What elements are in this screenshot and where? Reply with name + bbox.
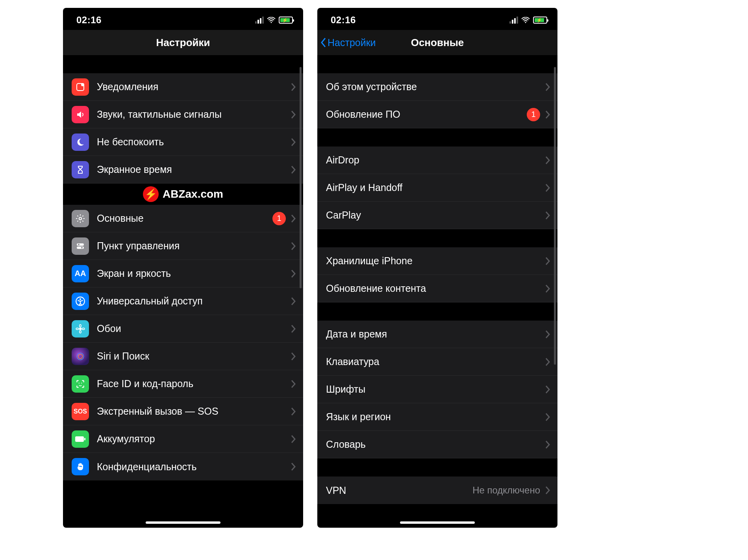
status-time: 02:16 xyxy=(331,15,356,26)
settings-row-sounds[interactable]: Звуки, тактильные сигналы xyxy=(63,101,303,128)
general-row[interactable]: VPNНе подключено xyxy=(317,477,557,504)
chevron-right-icon xyxy=(291,110,296,119)
group-separator xyxy=(317,229,557,247)
group-separator xyxy=(317,128,557,146)
watermark: ⚡ ABZax.com xyxy=(63,184,303,205)
chevron-right-icon xyxy=(545,257,550,265)
row-label: Звуки, тактильные сигналы xyxy=(97,109,291,120)
back-button[interactable]: Настройки xyxy=(320,30,376,55)
settings-row-general[interactable]: Основные 1 xyxy=(63,205,303,232)
chevron-right-icon xyxy=(545,440,550,449)
gear-icon xyxy=(72,210,89,227)
chevron-right-icon xyxy=(545,284,550,293)
general-row[interactable]: Дата и время xyxy=(317,321,557,348)
group-separator xyxy=(317,458,557,477)
row-label: Уведомления xyxy=(97,81,291,93)
svg-point-10 xyxy=(79,327,82,330)
row-label: Универсальный доступ xyxy=(97,295,291,307)
chevron-right-icon xyxy=(545,156,550,165)
general-row[interactable]: Язык и регион xyxy=(317,403,557,431)
accessibility-icon xyxy=(72,293,89,310)
row-label: AirDrop xyxy=(326,154,545,166)
battery-icon xyxy=(72,430,89,448)
scrollbar[interactable] xyxy=(300,67,302,492)
row-label: Обновление ПО xyxy=(326,109,527,120)
settings-row-sos[interactable]: SOS Экстренный вызов — SOS xyxy=(63,398,303,425)
chevron-right-icon xyxy=(291,242,296,250)
settings-row-screentime[interactable]: Экранное время xyxy=(63,156,303,184)
general-row[interactable]: Шрифты xyxy=(317,376,557,403)
cellular-signal-icon xyxy=(255,17,264,24)
status-icons: ⚡ xyxy=(509,17,547,24)
settings-row-accessibility[interactable]: Универсальный доступ xyxy=(63,287,303,315)
general-row[interactable]: Хранилище iPhone xyxy=(317,247,557,275)
settings-list: Уведомления Звуки, тактильные сигналы Не… xyxy=(63,73,303,480)
general-row[interactable]: AirPlay и Handoff xyxy=(317,174,557,202)
row-label: Face ID и код-пароль xyxy=(97,378,291,389)
general-row[interactable]: Об этом устройстве xyxy=(317,73,557,101)
settings-row-privacy[interactable]: Конфиденциальность xyxy=(63,453,303,480)
status-icons: ⚡ xyxy=(255,17,293,24)
row-label: Шрифты xyxy=(326,384,545,395)
siri-icon xyxy=(72,348,89,365)
settings-row-control-center[interactable]: Пункт управления xyxy=(63,232,303,260)
general-row[interactable]: CarPlay xyxy=(317,202,557,229)
chevron-right-icon xyxy=(291,435,296,443)
row-label: Обновление контента xyxy=(326,283,545,294)
row-label: Об этом устройстве xyxy=(326,81,545,93)
row-label: Экранное время xyxy=(97,164,291,175)
row-label: Словарь xyxy=(326,439,545,450)
group-separator xyxy=(63,55,303,73)
settings-row-siri[interactable]: Siri и Поиск xyxy=(63,343,303,370)
general-row[interactable]: Обновление контента xyxy=(317,275,557,302)
general-row[interactable]: Обновление ПО1 xyxy=(317,101,557,128)
sounds-icon xyxy=(72,106,89,123)
row-label: Экстренный вызов — SOS xyxy=(97,406,291,417)
general-row[interactable]: AirDrop xyxy=(317,146,557,174)
chevron-right-icon xyxy=(545,83,550,91)
row-label: Конфиденциальность xyxy=(97,461,291,473)
chevron-right-icon xyxy=(291,462,296,471)
notification-badge: 1 xyxy=(527,108,540,121)
row-label: AirPlay и Handoff xyxy=(326,182,545,193)
group-separator xyxy=(317,302,557,321)
svg-point-7 xyxy=(81,247,83,248)
settings-row-battery[interactable]: Аккумулятор xyxy=(63,425,303,453)
notifications-icon xyxy=(72,78,89,96)
chevron-right-icon xyxy=(291,325,296,333)
general-row[interactable]: Клавиатура xyxy=(317,348,557,376)
text-size-icon: AA xyxy=(72,265,89,282)
toggles-icon xyxy=(72,237,89,255)
settings-row-faceid[interactable]: Face ID и код-пароль xyxy=(63,370,303,398)
settings-row-wallpaper[interactable]: Обои xyxy=(63,315,303,343)
chevron-right-icon xyxy=(291,138,296,146)
settings-row-dnd[interactable]: Не беспокоить xyxy=(63,128,303,156)
settings-row-notifications[interactable]: Уведомления xyxy=(63,73,303,101)
home-indicator[interactable] xyxy=(400,521,475,524)
home-indicator[interactable] xyxy=(146,521,220,524)
svg-point-17 xyxy=(79,382,80,383)
chevron-right-icon xyxy=(545,486,550,495)
scrollbar[interactable] xyxy=(554,67,556,492)
chevron-right-icon xyxy=(545,184,550,192)
faceid-icon xyxy=(72,375,89,393)
chevron-right-icon xyxy=(545,211,550,220)
chevron-right-icon xyxy=(291,380,296,388)
row-label: Siri и Поиск xyxy=(97,350,291,362)
sos-icon: SOS xyxy=(72,403,89,420)
wifi-icon xyxy=(267,17,276,23)
lightning-icon: ⚡ xyxy=(143,186,159,202)
settings-row-display[interactable]: AA Экран и яркость xyxy=(63,260,303,287)
chevron-right-icon xyxy=(545,413,550,421)
svg-rect-20 xyxy=(84,438,85,440)
row-label: Обои xyxy=(97,323,291,334)
row-label: Не беспокоить xyxy=(97,136,291,148)
back-label: Настройки xyxy=(328,37,376,48)
hand-icon xyxy=(72,458,89,475)
hourglass-icon xyxy=(72,161,89,178)
battery-charging-icon: ⚡ xyxy=(279,17,293,24)
general-row[interactable]: Словарь xyxy=(317,431,557,458)
svg-point-14 xyxy=(82,328,85,329)
row-label: Аккумулятор xyxy=(97,433,291,445)
chevron-right-icon xyxy=(291,165,296,174)
